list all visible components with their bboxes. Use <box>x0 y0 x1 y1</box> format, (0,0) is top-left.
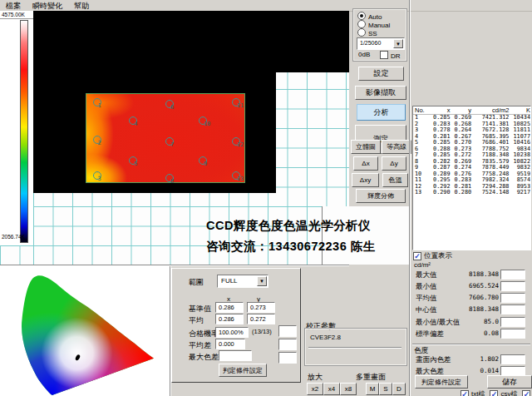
table-row[interactable]: 110.2950.2837982.3248574 <box>413 177 530 184</box>
save-button[interactable]: 儲存 <box>487 375 532 389</box>
range-panel: 範圍 FULL ▼ x y 基準值 0.286 0.273 平均 0.286 0… <box>171 268 301 383</box>
stat-stdev-label: 標準偏差 <box>416 329 444 339</box>
table-row[interactable]: 10.2850.2697421.31210434 <box>413 115 530 121</box>
image-grab-button[interactable]: 影像擷取 <box>355 86 406 100</box>
position-display-checkbox-icon[interactable] <box>413 252 421 260</box>
measure-point-marker: 5 <box>129 156 140 166</box>
delta-x-button[interactable]: Δx <box>353 156 378 171</box>
stat-center-box <box>500 304 525 314</box>
scale-min-label: 2056.74K <box>2 234 25 240</box>
calibration-group: CVE3F2.8 <box>304 328 407 366</box>
image-canvas-extension <box>276 11 349 72</box>
dr-checkbox[interactable]: DR <box>380 51 401 60</box>
pass-rate-label: 合格機率 <box>189 329 219 339</box>
measurement-table[interactable]: No.xycd/m2K 10.2850.2697421.3121043420.2… <box>412 106 531 250</box>
magnify-button-x4[interactable]: x4 <box>323 383 340 395</box>
multiscreen-button-s[interactable]: S <box>379 383 392 395</box>
table-row[interactable]: 50.2850.2707686.40110416 <box>413 140 530 146</box>
reference-label: 基準值 <box>189 304 211 314</box>
table-row[interactable]: 30.2780.2647672.12811811 <box>413 127 530 134</box>
radio-manual-icon[interactable] <box>357 20 366 28</box>
table-row[interactable]: 60.2880.2737788.7529834 <box>413 146 530 153</box>
stat-center-label: 中心值 <box>416 305 437 315</box>
footer-judge-button[interactable]: 判定條件設定 <box>415 375 468 389</box>
table-row[interactable]: 90.2870.2747878.4499832 <box>413 165 530 171</box>
table-header-cell: K <box>509 106 530 114</box>
checkbox-icon[interactable] <box>522 390 530 396</box>
marker-number: 9 <box>204 161 207 167</box>
contour-button[interactable]: 等高線 <box>382 140 411 154</box>
stats-divider <box>412 344 530 345</box>
magnify-button-x8[interactable]: x8 <box>340 383 357 395</box>
file-checkbox-label: csv檔 <box>500 390 517 396</box>
average-x-value: 0.286 <box>219 315 234 323</box>
table-cell: 0.290 <box>429 190 451 196</box>
file-checkbox[interactable]: txt檔 <box>461 390 485 396</box>
measure-point-marker: 12 <box>232 137 244 147</box>
measure-point-marker: 4 <box>129 116 140 126</box>
calibration-divider <box>308 347 401 349</box>
marker-number: 12 <box>237 141 244 148</box>
chroma-screen-value: 1.802 <box>451 355 499 363</box>
checkbox-icon[interactable] <box>461 390 469 396</box>
multiscreen-button-m[interactable]: M <box>366 383 379 395</box>
chevron-down-icon[interactable]: ▼ <box>257 276 267 286</box>
range-dropdown[interactable]: FULL ▼ <box>217 275 268 288</box>
radio-auto-icon[interactable] <box>357 12 366 20</box>
pass-count: (13/13) <box>252 328 272 335</box>
average-x-field: 0.286 <box>215 314 244 324</box>
luminance-dist-button[interactable]: 輝度分佈 <box>356 189 406 203</box>
table-row[interactable]: 100.2890.2767758.2489519 <box>413 171 530 178</box>
stat-min-value: 6965.524 <box>451 282 499 290</box>
marker-number: 3 <box>98 176 101 182</box>
position-display-label: 位置表示 <box>424 251 452 260</box>
multiscreen-button-d[interactable]: D <box>392 383 406 395</box>
delta-y-button[interactable]: Δy <box>382 156 406 171</box>
table-row[interactable]: 20.2830.2687141.38110825 <box>413 121 530 128</box>
magnify-button-x2[interactable]: x2 <box>307 383 323 395</box>
chevron-down-icon[interactable]: ▼ <box>393 39 403 48</box>
position-display-checkbox[interactable]: 位置表示 <box>413 251 452 261</box>
marker-number: 4 <box>134 121 137 127</box>
table-row[interactable]: 70.2850.2727188.34810238 <box>413 152 530 159</box>
table-row[interactable]: 80.2820.2697835.57910822 <box>413 159 530 166</box>
stat-max-box <box>500 270 525 280</box>
stat-center-value: 8188.348 <box>451 305 499 313</box>
thermal-image[interactable]: 12345678910111213 <box>86 93 245 183</box>
table-cell: 0.280 <box>451 190 472 196</box>
cie-diagram[interactable] <box>20 268 166 396</box>
delta-xy-button[interactable]: Δxy <box>352 173 379 187</box>
magnify-label: 放大 <box>308 372 323 383</box>
stats-block: 最大值 8188.348 最小值 6965.524 平均值 7606.780 中… <box>412 270 532 343</box>
marker-number: 10 <box>204 121 210 127</box>
file-checkbox-label: txt檔 <box>471 390 485 396</box>
multiscreen-label: 多重畫面 <box>356 372 386 383</box>
measure-point-marker: 8 <box>165 174 177 184</box>
stat-max-label: 最大值 <box>416 270 437 280</box>
file-checkbox[interactable]: 影像檔 <box>522 390 532 396</box>
table-row[interactable]: 130.2900.2807524.1489217 <box>413 190 530 196</box>
cct-button[interactable]: 色溫 <box>382 173 408 187</box>
indicator-box-1 <box>278 325 297 337</box>
table-row[interactable]: 40.2810.2677685.39511077 <box>413 134 530 141</box>
stereo-button[interactable]: 立體圖 <box>351 140 381 154</box>
file-checkbox[interactable]: csv檔 <box>490 390 517 396</box>
dr-checkbox-icon[interactable] <box>380 51 388 59</box>
marker-number: 11 <box>237 102 244 109</box>
table-row[interactable]: 120.2920.2817294.2888953 <box>413 184 530 191</box>
settings-button[interactable]: 設定 <box>358 67 404 81</box>
checkbox-icon[interactable] <box>490 390 498 396</box>
radio-ss[interactable]: SS <box>357 28 377 37</box>
stat-avg-label: 平均值 <box>416 294 437 304</box>
chroma-screen-label: 畫面內色差 <box>416 355 451 365</box>
indicator-box-2 <box>278 339 297 350</box>
pass-rate-value: 100.00% <box>219 329 244 336</box>
reference-x-value: 0.286 <box>219 304 234 311</box>
stat-avg-box <box>500 293 525 303</box>
calibration-value[interactable]: CVE3F2.8 <box>310 334 341 341</box>
judge-condition-button[interactable]: 判定條件設定 <box>219 364 267 377</box>
radio-ss-icon[interactable] <box>357 28 366 37</box>
marker-number: 5 <box>134 161 137 167</box>
shutter-dropdown[interactable]: 1/25060 ▼ <box>357 37 405 50</box>
analyze-button[interactable]: 分析 <box>357 104 406 121</box>
